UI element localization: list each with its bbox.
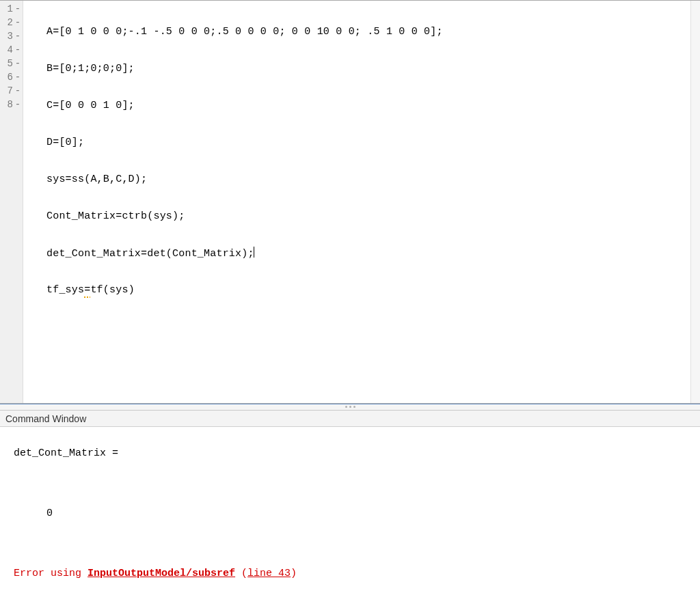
code-line[interactable]: Cont_Matrix=ctrb(sys);	[46, 210, 700, 223]
code-line[interactable]: B=[0;1;0;0;0];	[46, 62, 700, 76]
gutter-row: 5-	[0, 57, 23, 70]
output-variable-header: det_Cont_Matrix =	[14, 446, 697, 461]
pane-splitter[interactable]	[0, 404, 700, 411]
gutter-row: 8-	[0, 98, 23, 111]
code-line[interactable]: D=[0];	[46, 136, 700, 150]
gutter-row: 6-	[0, 70, 23, 84]
command-window-title: Command Window	[0, 411, 700, 427]
code-warning-underline: =	[84, 283, 90, 297]
code-line[interactable]: tf_sys=tf(sys)	[46, 283, 700, 297]
gutter-row: 2-	[0, 16, 23, 29]
matlab-ide: 1- 2- 3- 4- 5- 6- 7- 8- A=[0 1 0 0 0;-.1…	[0, 0, 700, 595]
editor-text-area[interactable]: A=[0 1 0 0 0;-.1 -.5 0 0 0;.5 0 0 0 0; 0…	[23, 1, 700, 403]
text-cursor	[254, 247, 254, 258]
editor-pane[interactable]: 1- 2- 3- 4- 5- 6- 7- 8- A=[0 1 0 0 0;-.1…	[0, 1, 700, 404]
code-line[interactable]: A=[0 1 0 0 0;-.1 -.5 0 0 0;.5 0 0 0 0; 0…	[46, 25, 700, 39]
output-variable-value: 0	[14, 506, 697, 521]
gutter-row: 4-	[0, 43, 23, 57]
error-line: Error using InputOutputModel/subsref (li…	[14, 566, 697, 581]
command-window-body[interactable]: det_Cont_Matrix = 0 Error using InputOut…	[0, 427, 700, 595]
editor-message-bar[interactable]	[690, 1, 700, 403]
gutter-row: 7-	[0, 84, 23, 98]
code-line[interactable]: C=[0 0 0 1 0];	[46, 99, 700, 113]
error-function-link[interactable]: InputOutputModel/subsref	[88, 568, 235, 579]
splitter-grip-icon	[340, 406, 360, 409]
error-line-link[interactable]: line 43	[247, 568, 291, 579]
gutter-row: 1-	[0, 2, 23, 16]
editor-gutter: 1- 2- 3- 4- 5- 6- 7- 8-	[0, 1, 23, 403]
command-window-pane: Command Window det_Cont_Matrix = 0 Error…	[0, 411, 700, 595]
code-line[interactable]: sys=ss(A,B,C,D);	[46, 173, 700, 186]
code-line[interactable]: det_Cont_Matrix=det(Cont_Matrix);	[46, 247, 700, 260]
gutter-row: 3-	[0, 29, 23, 43]
